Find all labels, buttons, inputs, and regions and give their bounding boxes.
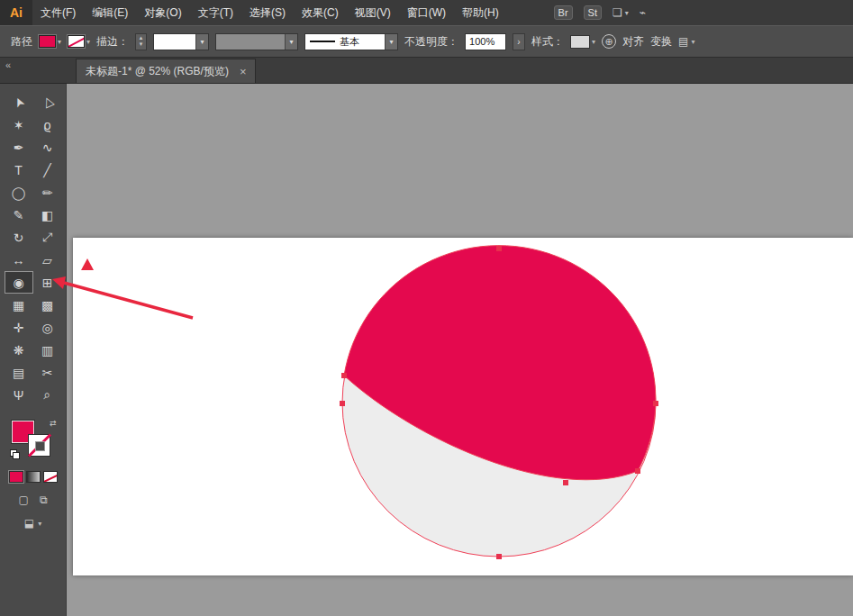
menu-effect[interactable]: 效果(C) — [294, 0, 347, 25]
workspace-icon: ❏ — [613, 6, 622, 19]
symbol-sprayer-icon: ❋ — [14, 343, 24, 358]
blend-icon: ◎ — [41, 321, 52, 335]
menu-type[interactable]: 文字(T) — [190, 0, 241, 25]
artboard-icon: ▤ — [13, 366, 24, 380]
draw-normal-icon[interactable]: ▢ — [19, 494, 29, 506]
stepper-up-icon: ▲ — [139, 35, 144, 41]
line-segment-icon: ╱ — [43, 163, 50, 177]
chevron-down-icon: ▾ — [285, 34, 297, 50]
stroke-weight-dropdown[interactable]: ▾ — [153, 33, 209, 50]
rotate-tool[interactable]: ↻ — [5, 226, 33, 249]
eyedropper-icon: ✛ — [14, 321, 24, 335]
lasso-tool[interactable]: ϱ — [33, 113, 62, 136]
menu-window[interactable]: 窗口(W) — [399, 0, 454, 25]
stepper-down-icon: ▼ — [139, 41, 144, 48]
eyedropper-tool[interactable]: ✛ — [5, 316, 33, 339]
screen-mode-button[interactable]: ⬓ ▾ — [0, 517, 66, 530]
style-dropdown[interactable]: ▾ — [570, 35, 595, 49]
curvature-tool[interactable]: ∿ — [33, 136, 62, 159]
free-transform-tool[interactable]: ▱ — [33, 249, 62, 271]
hand-icon: Ψ — [14, 388, 24, 403]
opacity-panel-button[interactable]: › — [513, 33, 525, 50]
shape-builder-tool[interactable]: ◉ — [5, 271, 33, 294]
document-tab[interactable]: 未标题-1* @ 52% (RGB/预览) × — [76, 59, 256, 83]
brush-definition-dropdown[interactable]: ▾ — [215, 33, 298, 50]
style-swatch — [570, 35, 590, 49]
workspace-switcher[interactable]: ❏ ▾ — [613, 6, 629, 19]
chevron-down-icon: ▾ — [38, 520, 41, 528]
cs-live-icon[interactable]: ⌁ — [640, 6, 646, 19]
default-colors-button[interactable] — [10, 449, 21, 460]
column-graph-tool[interactable]: ▥ — [33, 339, 62, 361]
none-button[interactable] — [43, 471, 58, 483]
magic-wand-tool[interactable]: ✶ — [5, 113, 33, 136]
style-label: 样式： — [531, 34, 564, 50]
artboard-tool[interactable]: ▤ — [5, 361, 33, 384]
blend-tool[interactable]: ◎ — [33, 316, 62, 339]
eraser-tool[interactable]: ◧ — [33, 204, 62, 226]
globe-icon[interactable]: ⊕ — [602, 34, 616, 49]
zoom-tool[interactable]: ⌕ — [33, 384, 62, 406]
gradient-tool[interactable]: ▩ — [33, 294, 62, 316]
menu-select[interactable]: 选择(S) — [241, 0, 294, 25]
swap-fill-stroke-icon[interactable]: ⇄ — [50, 419, 57, 428]
color-mode-buttons — [0, 471, 66, 483]
opacity-label: 不透明度： — [404, 34, 458, 50]
artboard[interactable] — [73, 238, 853, 575]
slice-tool[interactable]: ✂ — [33, 361, 62, 384]
rotate-icon: ↻ — [14, 231, 24, 245]
line-segment-tool[interactable]: ╱ — [33, 159, 62, 181]
width-profile-value: 基本 — [340, 35, 359, 49]
scale-tool[interactable]: ⤢ — [33, 226, 62, 249]
width-profile-dropdown[interactable]: 基本 ▾ — [304, 33, 398, 50]
hand-tool[interactable]: Ψ — [5, 384, 33, 406]
pencil-tool[interactable]: ✎ — [5, 204, 33, 226]
ellipse-tool[interactable]: ◯ — [5, 181, 33, 204]
stroke-color-swatch — [68, 35, 85, 48]
gradient-button[interactable] — [26, 471, 41, 483]
selection-tool[interactable]: ➤ — [5, 91, 33, 113]
mesh-icon: ▦ — [13, 298, 24, 313]
chevron-down-icon: ▾ — [195, 34, 208, 50]
menu-view[interactable]: 视图(V) — [347, 0, 399, 25]
transform-button[interactable]: 变换 — [650, 34, 672, 50]
width-tool[interactable]: ↔ — [5, 249, 33, 271]
pen-tool[interactable]: ✒ — [5, 136, 33, 159]
pencil-icon: ✎ — [14, 208, 24, 222]
control-panel-menu[interactable]: ▤ ▾ — [678, 35, 694, 48]
stroke-swatch[interactable] — [28, 434, 50, 457]
slice-icon: ✂ — [42, 366, 53, 380]
menu-object[interactable]: 对象(O) — [136, 0, 189, 25]
mesh-tool[interactable]: ▦ — [5, 294, 33, 316]
perspective-grid-tool[interactable]: ⊞ — [33, 271, 62, 294]
menu-edit[interactable]: 编辑(E) — [84, 0, 136, 25]
opacity-input[interactable]: 100% — [465, 33, 506, 50]
column-graph-icon: ▥ — [41, 343, 53, 358]
eraser-icon: ◧ — [41, 208, 53, 222]
fill-color-dropdown[interactable]: ▾ — [39, 35, 61, 48]
color-button[interactable] — [9, 471, 23, 483]
draw-inside-icon[interactable]: ⧉ — [40, 494, 48, 506]
chevron-down-icon: ▾ — [691, 38, 694, 46]
symbol-sprayer-tool[interactable]: ❋ — [5, 339, 33, 361]
chevron-down-icon: ▾ — [592, 38, 595, 46]
stock-button[interactable]: St — [584, 5, 602, 20]
close-icon[interactable]: × — [240, 65, 247, 78]
align-button[interactable]: 对齐 — [622, 34, 644, 50]
fill-stroke-widget: ⇄ — [10, 419, 57, 460]
canvas-area[interactable] — [67, 84, 853, 616]
document-tab-bar: « 未标题-1* @ 52% (RGB/预览) × — [0, 58, 853, 84]
menu-file[interactable]: 文件(F) — [32, 0, 84, 25]
shape-builder-icon: ◉ — [13, 276, 23, 290]
toolbar-collapse-icon[interactable]: « — [0, 58, 67, 70]
stroke-color-dropdown[interactable]: ▾ — [68, 35, 90, 48]
menu-help[interactable]: 帮助(H) — [454, 0, 507, 25]
type-tool[interactable]: T — [5, 159, 33, 181]
selection-tool-icon: ➤ — [10, 95, 27, 110]
chevron-down-icon: ▾ — [385, 34, 397, 50]
direct-selection-tool[interactable]: ▷ — [33, 91, 62, 113]
stroke-weight-stepper[interactable]: ▲ ▼ — [135, 33, 147, 50]
chevron-down-icon: ▾ — [86, 38, 90, 46]
paintbrush-tool[interactable]: ✏ — [33, 181, 62, 204]
bridge-button[interactable]: Br — [554, 5, 573, 20]
